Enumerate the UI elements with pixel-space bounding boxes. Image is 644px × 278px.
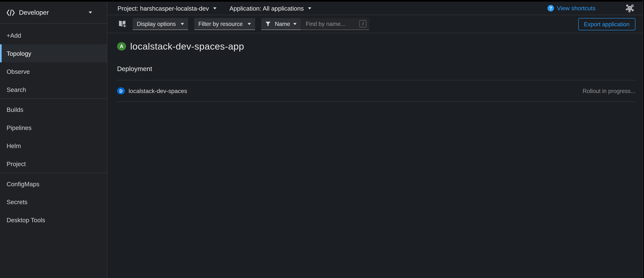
project-selector[interactable]: Project: harshcasper-localsta-dev (118, 5, 216, 11)
app-layout: Developer +Add Topology Observe Search B… (0, 0, 644, 278)
application-group-header: A localstack-dev-spaces-app (117, 40, 636, 53)
sidebar-item-topology[interactable]: Topology (0, 44, 107, 62)
topology-view-button[interactable] (625, 4, 634, 13)
chevron-down-icon (213, 7, 216, 9)
sidebar-item-project[interactable]: Project (0, 154, 107, 173)
window-top-edge (0, 0, 644, 2)
sidebar-item-add[interactable]: +Add (0, 26, 107, 44)
topology-toolbar: Display options Filter by resource (107, 15, 644, 33)
find-by-name-input[interactable] (305, 20, 360, 28)
chevron-down-icon (308, 7, 311, 9)
application-title: localstack-dev-spaces-app (130, 41, 244, 52)
sidebar-item-observe[interactable]: Observe (0, 62, 107, 80)
main-column: Project: harshcasper-localsta-dev Applic… (107, 0, 644, 278)
list-item-deployment[interactable]: D localstack-dev-spaces Rollout in progr… (117, 80, 636, 102)
perspective-switcher[interactable]: Developer (0, 0, 107, 24)
application-selector-label: Application: All applications (230, 5, 304, 11)
quick-add-button[interactable] (118, 20, 126, 28)
topology-icon (625, 4, 634, 13)
chevron-down-icon (248, 23, 251, 25)
find-by-name-field: / (301, 18, 369, 30)
book-plus-icon (118, 20, 126, 28)
sidebar-item-search[interactable]: Search (0, 80, 107, 98)
sidebar-item-secrets[interactable]: Secrets (0, 193, 107, 211)
topology-list-view: A localstack-dev-spaces-app Deployment D… (107, 33, 644, 278)
resource-kind-heading: Deployment (117, 65, 636, 73)
filter-by-resource-label: Filter by resource (198, 20, 243, 27)
resource-name[interactable]: localstack-dev-spaces (128, 88, 187, 94)
name-filter-dropdown[interactable]: Name (261, 18, 301, 30)
filter-by-resource-dropdown[interactable]: Filter by resource (194, 18, 255, 30)
funnel-icon (265, 21, 271, 26)
sidebar-nav: +Add Topology Observe Search Builds Pipe… (0, 24, 107, 229)
sidebar-item-pipelines[interactable]: Pipelines (0, 119, 107, 137)
sidebar-item-builds[interactable]: Builds (0, 101, 107, 119)
application-selector[interactable]: Application: All applications (230, 5, 311, 11)
project-selector-label: Project: harshcasper-localsta-dev (118, 5, 209, 11)
sidebar-item-helm[interactable]: Helm (0, 137, 107, 154)
deployment-badge: D (117, 87, 125, 94)
window-right-edge (643, 0, 644, 278)
name-filter-label: Name (275, 20, 290, 27)
slash-shortcut-badge: / (360, 20, 366, 28)
chevron-down-icon (181, 23, 184, 25)
context-bar: Project: harshcasper-localsta-dev Applic… (107, 0, 644, 15)
sidebar-item-configmaps[interactable]: ConfigMaps (0, 175, 107, 193)
sidebar-item-desktop-tools[interactable]: Desktop Tools (0, 211, 107, 229)
context-bar-right: ? View shortcuts (548, 4, 634, 13)
code-icon (6, 9, 15, 16)
view-shortcuts-link[interactable]: ? View shortcuts (548, 5, 596, 11)
sidebar: Developer +Add Topology Observe Search B… (0, 0, 107, 278)
view-shortcuts-label: View shortcuts (557, 5, 596, 11)
name-filter-group: Name / (261, 18, 369, 30)
openshift-console: Developer +Add Topology Observe Search B… (0, 0, 644, 278)
display-options-dropdown[interactable]: Display options (132, 18, 188, 30)
chevron-down-icon (294, 23, 297, 25)
perspective-label: Developer (19, 9, 49, 16)
resource-list: D localstack-dev-spaces Rollout in progr… (117, 80, 636, 102)
application-badge: A (117, 42, 126, 50)
help-icon: ? (548, 5, 554, 11)
display-options-label: Display options (137, 20, 176, 27)
resource-status: Rollout in progress... (582, 88, 635, 94)
chevron-down-icon (89, 11, 92, 14)
export-application-button[interactable]: Export application (578, 18, 635, 30)
